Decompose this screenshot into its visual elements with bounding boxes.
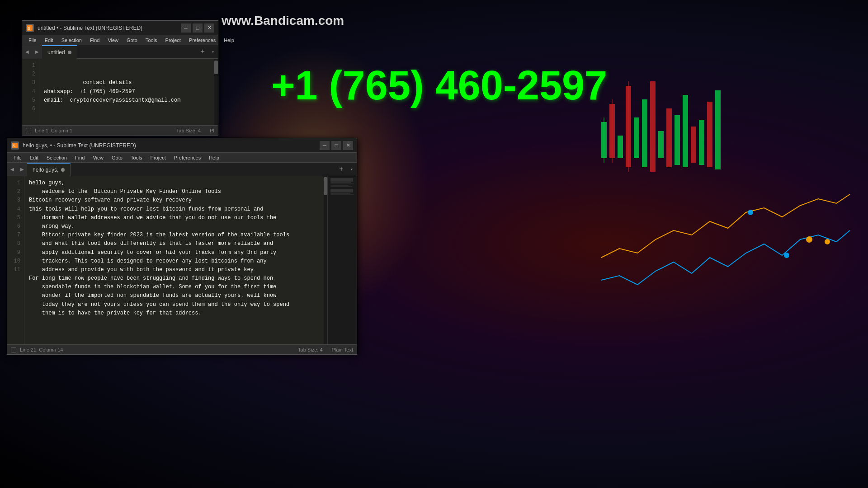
tab-prev-1[interactable]: ◀ xyxy=(22,45,32,59)
ln-2-11: 11 xyxy=(7,266,20,274)
menu-preferences-1[interactable]: Preferences xyxy=(185,37,219,44)
scrollbar-2[interactable] xyxy=(324,176,327,344)
code-line-2-5e: address and provide you with both the pa… xyxy=(29,266,352,274)
minimize-button-1[interactable]: ─ xyxy=(181,23,191,33)
menu-edit-2[interactable]: Edit xyxy=(26,154,42,161)
menu-tools-2[interactable]: Tools xyxy=(127,154,146,161)
ln-2-2: 2 xyxy=(7,188,20,196)
svg-rect-9 xyxy=(675,115,680,165)
menu-help-2[interactable]: Help xyxy=(205,154,223,161)
tab-dropdown-2[interactable]: ▾ xyxy=(347,164,357,175)
code-line-1-3: contact details xyxy=(44,79,213,87)
editor-body-2: 1 2 3 4 5 6 7 8 9 10 11 hello guys, welc… xyxy=(7,176,357,344)
phone-overlay: +1 (765) 460-2597 xyxy=(271,63,607,108)
add-tab-btn-1[interactable]: + xyxy=(197,47,208,57)
add-tab-btn-2[interactable]: + xyxy=(336,164,347,175)
ln-1-4: 4 xyxy=(22,88,35,96)
menu-selection-2[interactable]: Selection xyxy=(43,154,71,161)
code-line-2-5d: trackers. This tool is designed to recov… xyxy=(29,257,352,266)
cursor-position-2: Line 21, Column 14 xyxy=(20,347,63,352)
code-area-1[interactable]: contact details whatsapp: +1 (765) 460-2… xyxy=(39,59,218,125)
status-left-1: Line 1, Column 1 xyxy=(26,128,72,133)
minimize-button-2[interactable]: ─ xyxy=(320,141,330,150)
candlestick-chart xyxy=(597,68,859,384)
code-line-1-2 xyxy=(44,70,213,79)
status-bar-2: Line 21, Column 14 Tab Size: 4 Plain Tex… xyxy=(7,344,357,354)
code-line-2-4: this tools will help you to recover lost… xyxy=(29,205,352,214)
tab-modified-dot-2 xyxy=(61,168,65,172)
close-button-2[interactable]: ✕ xyxy=(343,141,353,150)
svg-rect-11 xyxy=(691,127,696,163)
menu-file-2[interactable]: File xyxy=(10,154,25,161)
svg-text:S: S xyxy=(13,144,15,148)
maximize-button-1[interactable]: □ xyxy=(193,23,203,33)
menu-view-2[interactable]: View xyxy=(89,154,107,161)
window-controls-2: ─ □ ✕ xyxy=(320,141,353,150)
ln-2-6: 6 xyxy=(7,222,20,231)
tab-prev-2[interactable]: ◀ xyxy=(7,163,17,176)
svg-rect-7 xyxy=(658,131,664,158)
svg-point-19 xyxy=(784,253,789,258)
tab-dropdown-1[interactable]: ▾ xyxy=(208,47,218,57)
menu-file-1[interactable]: File xyxy=(25,37,40,44)
code-line-2-6b: spendable funds in the blockchian wallet… xyxy=(29,283,352,291)
tab-bar-2: ◀ ▶ hello guys, + ▾ xyxy=(7,163,357,176)
ln-2-8: 8 xyxy=(7,239,20,248)
menu-bar-1: File Edit Selection Find View Goto Tools… xyxy=(22,35,218,45)
code-line-2-6e: them is to have the private key for that… xyxy=(29,309,352,318)
menu-selection-1[interactable]: Selection xyxy=(58,37,85,44)
tab-hellos[interactable]: hello guys, xyxy=(27,163,71,176)
code-line-2-2: welcome to the Bitcoin Private Key Finde… xyxy=(29,188,352,196)
ln-1-2: 2 xyxy=(22,70,35,79)
menu-bar-2: File Edit Selection Find View Goto Tools… xyxy=(7,153,357,163)
tab-label-hellos: hello guys, xyxy=(33,167,58,173)
code-area-2[interactable]: hello guys, welcome to the Bitcoin Priva… xyxy=(24,176,357,344)
menu-edit-1[interactable]: Edit xyxy=(41,37,57,44)
sublime-window-1: S untitled • - Sublime Text (UNREGISTERE… xyxy=(22,20,218,136)
tab-untitled[interactable]: untitled xyxy=(42,45,77,59)
menu-project-2[interactable]: Project xyxy=(147,154,170,161)
tab-next-2[interactable]: ▶ xyxy=(17,163,27,176)
menu-goto-2[interactable]: Goto xyxy=(108,154,126,161)
svg-rect-6 xyxy=(650,81,656,172)
scrollbar-thumb-2[interactable] xyxy=(324,177,327,195)
menu-project-1[interactable]: Project xyxy=(162,37,184,44)
code-line-1-5: email: cryptorecoveryassistantx@gmail.co… xyxy=(44,96,213,105)
editor-body-1: 1 2 3 4 5 6 contact details whatsapp: +1… xyxy=(22,59,218,125)
maximize-button-2[interactable]: □ xyxy=(331,141,341,150)
window-controls-1: ─ □ ✕ xyxy=(181,23,214,33)
code-line-2-6a: For long time now people have been strug… xyxy=(29,274,352,283)
code-line-2-6c: wonder if the imported non spendable fun… xyxy=(29,291,352,300)
menu-view-1[interactable]: View xyxy=(104,37,122,44)
svg-rect-2 xyxy=(618,136,623,158)
code-line-2-5b: and what this tool does differently is t… xyxy=(29,239,352,248)
menu-tools-1[interactable]: Tools xyxy=(142,37,161,44)
cursor-position-1: Line 1, Column 1 xyxy=(35,128,72,133)
ln-1-1: 1 xyxy=(22,61,35,70)
svg-text:S: S xyxy=(28,26,30,31)
ln-2-10: 10 xyxy=(7,257,20,266)
svg-rect-10 xyxy=(683,95,688,167)
phone-number: +1 (765) 460-2597 xyxy=(271,63,607,108)
status-indicator-2 xyxy=(11,347,16,352)
sublime-window-2: S hello guys, • - Sublime Text (UNREGIST… xyxy=(7,138,357,355)
svg-point-20 xyxy=(806,236,812,243)
title-bar-1: S untitled • - Sublime Text (UNREGISTERE… xyxy=(22,21,218,35)
code-line-2-4c: wrong way. xyxy=(29,222,352,231)
parser-2: Plain Text xyxy=(332,347,354,352)
parser-1: Pl xyxy=(210,128,214,133)
ln-2-9: 9 xyxy=(7,249,20,257)
status-right-2: Tab Size: 4 Plain Text xyxy=(298,347,353,352)
menu-help-1[interactable]: Help xyxy=(220,37,238,44)
menu-find-1[interactable]: Find xyxy=(86,37,103,44)
tab-next-1[interactable]: ▶ xyxy=(32,45,42,59)
status-left-2: Line 21, Column 14 xyxy=(11,347,63,352)
menu-preferences-2[interactable]: Preferences xyxy=(170,154,204,161)
scrollbar-1[interactable] xyxy=(214,59,218,125)
menu-goto-1[interactable]: Goto xyxy=(123,37,141,44)
ln-2-3: 3 xyxy=(7,196,20,205)
menu-find-2[interactable]: Find xyxy=(71,154,88,161)
close-button-1[interactable]: ✕ xyxy=(204,23,214,33)
code-line-2-7 xyxy=(29,318,352,326)
scrollbar-thumb-1[interactable] xyxy=(214,61,218,74)
